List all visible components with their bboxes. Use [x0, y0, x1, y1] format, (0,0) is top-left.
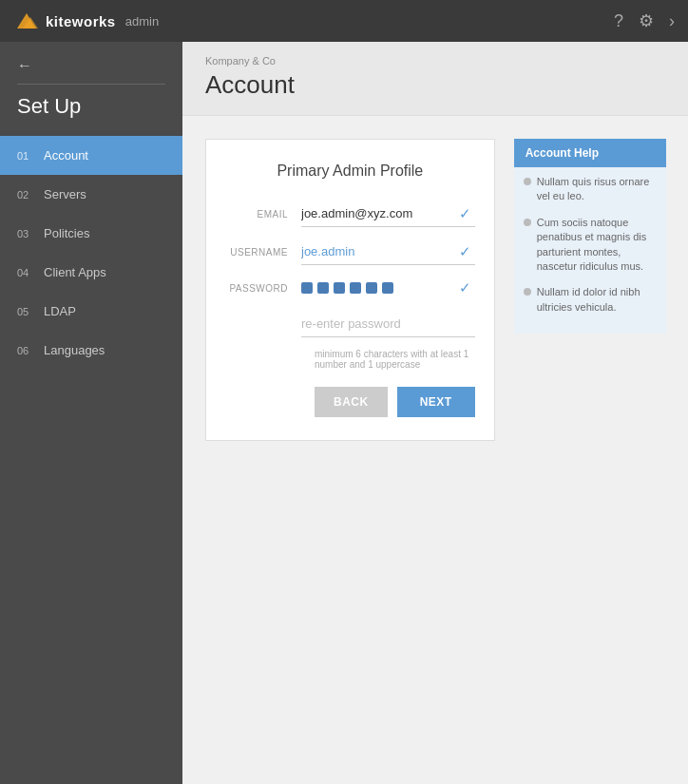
sidebar: ← Set Up 01 Account 02 Servers 03 Politc…: [0, 42, 182, 784]
chevron-right-icon[interactable]: ›: [669, 11, 675, 31]
brand-area: kiteworks admin: [13, 8, 159, 34]
nav-num-3: 03: [17, 228, 36, 239]
gear-icon[interactable]: ⚙: [639, 10, 654, 31]
help-text-2: Cum sociis natoque penatibus et magnis d…: [537, 216, 657, 275]
nav-num-5: 05: [17, 306, 36, 317]
nav-label-3: Politcies: [44, 226, 89, 240]
sidebar-item-account[interactable]: 01 Account: [0, 136, 182, 175]
username-input-wrap: ✓: [301, 239, 475, 265]
username-input[interactable]: [301, 239, 475, 265]
help-item-2: Cum sociis natoque penatibus et magnis d…: [524, 216, 657, 275]
email-input[interactable]: [301, 201, 475, 227]
top-header: kiteworks admin ? ⚙ ›: [0, 0, 688, 42]
admin-label: admin: [125, 14, 159, 29]
help-text-1: Nullam quis risus ornare vel eu leo.: [537, 175, 657, 204]
sidebar-item-servers[interactable]: 02 Servers: [0, 175, 182, 214]
logo-icon: [13, 8, 40, 34]
help-title: Account Help: [514, 139, 666, 167]
nav-num-1: 01: [17, 150, 36, 162]
content-area: Kompany & Co Account Primary Admin Profi…: [182, 42, 688, 784]
nav-label-6: Languages: [44, 343, 105, 357]
brand-name: kiteworks: [46, 13, 116, 29]
back-form-button[interactable]: BACK: [315, 387, 388, 417]
sidebar-divider: [17, 84, 165, 85]
help-icon[interactable]: ?: [614, 11, 623, 31]
re-password-field-row: [225, 311, 475, 337]
page-body: Primary Admin Profile EMAIL ✓ USERNAME ✓: [182, 116, 688, 464]
re-password-input-wrap: [301, 311, 475, 337]
nav-label-2: Servers: [44, 187, 86, 201]
sidebar-item-client-apps[interactable]: 04 Client Apps: [0, 253, 182, 292]
nav-num-2: 02: [17, 189, 36, 201]
help-bullet-2: [524, 219, 531, 226]
username-field-row: USERNAME ✓: [225, 239, 475, 265]
next-form-button[interactable]: NEXT: [397, 387, 475, 417]
header-actions: ? ⚙ ›: [614, 10, 675, 31]
dot-4: [350, 282, 361, 294]
form-section-title: Primary Admin Profile: [225, 163, 475, 180]
help-bullet-3: [524, 288, 531, 296]
username-check-icon: ✓: [459, 243, 471, 260]
dot-5: [366, 282, 377, 294]
dot-3: [334, 282, 345, 294]
password-field-row: PASSWORD ✓: [225, 277, 475, 299]
form-actions: BACK NEXT: [315, 387, 475, 417]
password-input-wrap: ✓: [301, 277, 475, 299]
email-check-icon: ✓: [459, 205, 471, 222]
help-panel: Account Help Nullam quis risus ornare ve…: [514, 139, 666, 441]
help-item-3: Nullam id dolor id nibh ultricies vehicu…: [524, 285, 657, 315]
sidebar-item-ldap[interactable]: 05 LDAP: [0, 292, 182, 331]
re-password-input[interactable]: [301, 311, 475, 337]
help-item-1: Nullam quis risus ornare vel eu leo.: [524, 175, 657, 204]
password-check-icon: ✓: [459, 279, 471, 296]
email-input-wrap: ✓: [301, 201, 475, 227]
main-layout: ← Set Up 01 Account 02 Servers 03 Politc…: [0, 42, 688, 784]
help-text-3: Nullam id dolor id nibh ultricies vehicu…: [537, 285, 657, 315]
sidebar-item-policies[interactable]: 03 Politcies: [0, 214, 182, 253]
dot-2: [317, 282, 329, 294]
sidebar-item-languages[interactable]: 06 Languages: [0, 331, 182, 370]
form-card: Primary Admin Profile EMAIL ✓ USERNAME ✓: [205, 139, 495, 441]
password-dots: [301, 277, 475, 299]
page-header: Kompany & Co Account: [182, 42, 688, 116]
nav-num-6: 06: [17, 345, 36, 356]
nav-label-1: Account: [44, 148, 88, 163]
dot-1: [301, 282, 313, 294]
email-label: EMAIL: [225, 209, 301, 220]
sidebar-title: Set Up: [0, 94, 182, 136]
breadcrumb: Kompany & Co: [205, 55, 665, 67]
nav-label-4: Client Apps: [44, 265, 106, 279]
back-button[interactable]: ←: [0, 42, 182, 78]
dot-6: [382, 282, 393, 294]
help-bullet-1: [524, 178, 531, 185]
password-hint: minimum 6 characters with at least 1 num…: [315, 349, 475, 370]
email-field-row: EMAIL ✓: [225, 201, 475, 227]
username-label: USERNAME: [225, 247, 301, 258]
password-label: PASSWORD: [225, 283, 301, 294]
help-items: Nullam quis risus ornare vel eu leo. Cum…: [514, 167, 666, 334]
sidebar-nav: 01 Account 02 Servers 03 Politcies 04 Cl…: [0, 136, 182, 784]
page-title: Account: [205, 70, 665, 100]
nav-label-5: LDAP: [44, 304, 76, 318]
nav-num-4: 04: [17, 267, 36, 278]
